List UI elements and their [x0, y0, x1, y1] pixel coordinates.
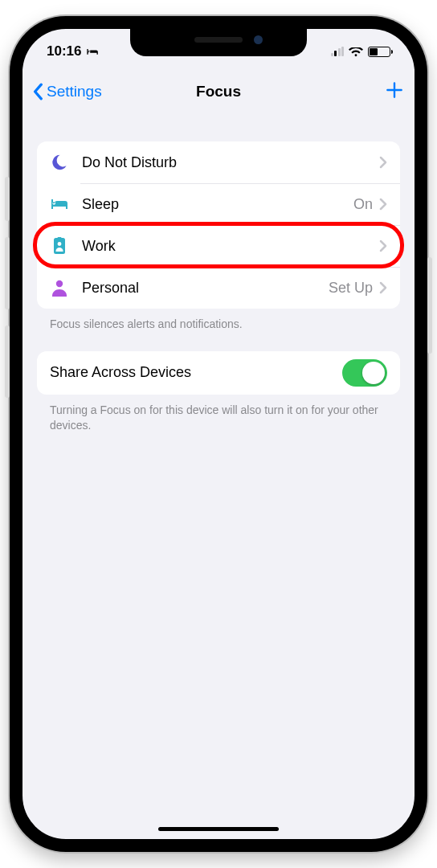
plus-icon — [384, 80, 405, 100]
nav-bar: Settings Focus — [22, 69, 415, 114]
svg-point-2 — [58, 242, 62, 246]
focus-list-footer: Focus silences alerts and notifications. — [37, 309, 400, 351]
screen: 10:16 Settings Focus — [22, 29, 415, 839]
moon-icon — [50, 153, 69, 172]
page-title: Focus — [196, 83, 241, 100]
chevron-right-icon — [379, 281, 387, 294]
content: Do Not Disturb Sleep On Work — [22, 125, 415, 839]
share-group: Share Across Devices — [37, 351, 400, 395]
focus-row-do-not-disturb[interactable]: Do Not Disturb — [37, 141, 400, 183]
share-label: Share Across Devices — [50, 364, 342, 381]
svg-rect-1 — [58, 237, 62, 240]
svg-point-3 — [56, 280, 63, 287]
person-icon — [50, 278, 69, 297]
status-time: 10:16 — [47, 43, 81, 59]
chevron-right-icon — [379, 198, 387, 211]
share-across-devices-row: Share Across Devices — [37, 351, 400, 395]
home-indicator[interactable] — [158, 827, 279, 831]
notch — [130, 29, 307, 56]
focus-row-label: Work — [82, 238, 373, 255]
bed-icon — [50, 194, 69, 214]
chevron-left-icon — [32, 83, 45, 100]
chevron-right-icon — [379, 156, 387, 169]
volume-up-button[interactable] — [5, 237, 10, 309]
share-footer: Turning a Focus on for this device will … — [37, 395, 400, 452]
power-button[interactable] — [427, 257, 432, 354]
focus-row-work[interactable]: Work — [37, 225, 400, 267]
phone-frame: 10:16 Settings Focus — [10, 16, 427, 852]
wifi-icon — [349, 46, 363, 57]
battery-icon — [368, 47, 390, 57]
focus-row-label: Personal — [82, 280, 329, 297]
focus-row-label: Sleep — [82, 196, 353, 213]
focus-row-value: On — [353, 196, 373, 213]
add-button[interactable] — [384, 79, 405, 104]
volume-down-button[interactable] — [5, 326, 10, 398]
back-label: Settings — [47, 83, 102, 100]
focus-row-label: Do Not Disturb — [82, 154, 373, 171]
share-toggle[interactable] — [342, 359, 387, 387]
focus-row-sleep[interactable]: Sleep On — [37, 183, 400, 225]
back-button[interactable]: Settings — [32, 83, 102, 100]
bed-icon — [86, 46, 100, 57]
mute-switch[interactable] — [5, 177, 10, 221]
badge-icon — [50, 236, 69, 256]
chevron-right-icon — [379, 240, 387, 252]
focus-row-value: Set Up — [329, 280, 373, 297]
focus-list: Do Not Disturb Sleep On Work — [37, 141, 400, 309]
cellular-icon — [331, 47, 345, 56]
focus-row-personal[interactable]: Personal Set Up — [37, 267, 400, 309]
